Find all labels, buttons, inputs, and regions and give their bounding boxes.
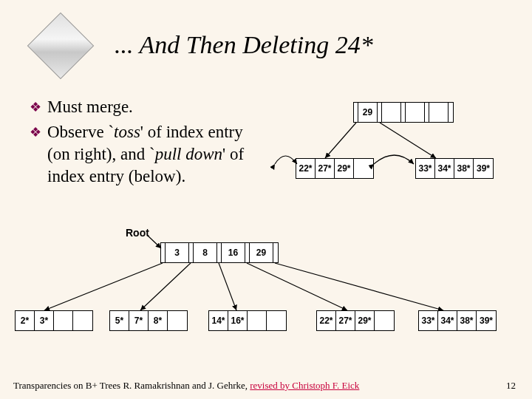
svg-line-7 [275, 263, 443, 310]
leaf-key: 8* [149, 311, 168, 330]
svg-line-0 [325, 123, 356, 158]
bullet-icon: ❖ [30, 96, 41, 118]
node-key: 29 [250, 243, 273, 262]
node-key: 16 [222, 243, 245, 262]
leaf-key: 38* [457, 311, 477, 330]
slide-title: ... And Then Deleting 24* [115, 31, 373, 59]
leaf-key: 7* [129, 311, 149, 330]
leaf-empty [267, 311, 286, 330]
leaf-node-3: 14* 16* [208, 310, 287, 331]
leaf-key: 22* [317, 311, 336, 330]
leaf-key: 34* [438, 311, 457, 330]
leaf-key: 27* [316, 159, 335, 178]
leaf-empty [375, 311, 394, 330]
leaf-key: 5* [110, 311, 129, 330]
leaf-key: 34* [435, 159, 454, 178]
node-key: 29 [358, 103, 378, 122]
leaf-key: 33* [419, 311, 438, 330]
leaf-empty [54, 311, 73, 330]
bullet-item: ❖ Must merge. [30, 96, 259, 118]
internal-node-top: 29 [353, 102, 454, 123]
root-node: 3 8 16 29 [160, 242, 279, 263]
svg-line-1 [380, 123, 436, 158]
svg-line-3 [44, 263, 163, 310]
bullet-text: Observe `toss' of index entry (on right)… [47, 121, 259, 188]
leaf-key: 16* [228, 311, 248, 330]
leaf-key: 3* [35, 311, 54, 330]
leaf-empty [168, 311, 187, 330]
leaf-key: 39* [477, 311, 496, 330]
leaf-key: 27* [336, 311, 355, 330]
node-key: 8 [194, 243, 217, 262]
leaf-node-4: 22* 27* 29* [316, 310, 395, 331]
svg-line-6 [247, 263, 347, 310]
leaf-key: 29* [355, 311, 375, 330]
bullet-text: Must merge. [47, 96, 133, 118]
leaf-node-top-right: 33* 34* 38* 39* [415, 158, 494, 179]
leaf-empty [248, 311, 267, 330]
page-number: 12 [506, 380, 516, 392]
node-empty [429, 103, 449, 122]
leaf-node-5: 33* 34* 38* 39* [418, 310, 497, 331]
diamond-bullet-decor [27, 13, 95, 80]
leaf-key: 39* [474, 159, 493, 178]
bullet-icon: ❖ [30, 121, 41, 188]
leaf-key: 22* [296, 159, 316, 178]
node-empty [382, 103, 401, 122]
bullet-item: ❖ Observe `toss' of index entry (on righ… [30, 121, 259, 188]
leaf-key: 29* [335, 159, 354, 178]
node-key: 3 [166, 243, 189, 262]
leaf-node-1: 2* 3* [15, 310, 93, 331]
root-label: Root [126, 227, 149, 239]
leaf-key: 2* [16, 311, 35, 330]
leaf-key: 33* [416, 159, 435, 178]
leaf-empty [354, 159, 373, 178]
leaf-key: 38* [454, 159, 474, 178]
bullet-list: ❖ Must merge. ❖ Observe `toss' of index … [30, 96, 259, 191]
svg-line-2 [148, 236, 161, 248]
leaf-empty [73, 311, 92, 330]
svg-line-4 [140, 263, 191, 310]
svg-line-5 [219, 263, 236, 310]
node-empty [406, 103, 425, 122]
leaf-node-2: 5* 7* 8* [109, 310, 188, 331]
leaf-key: 14* [209, 311, 228, 330]
leaf-node-top-left: 22* 27* 29* [296, 158, 374, 179]
attribution-text: Transparencies on B+ Trees R. Ramakrishn… [13, 380, 359, 392]
